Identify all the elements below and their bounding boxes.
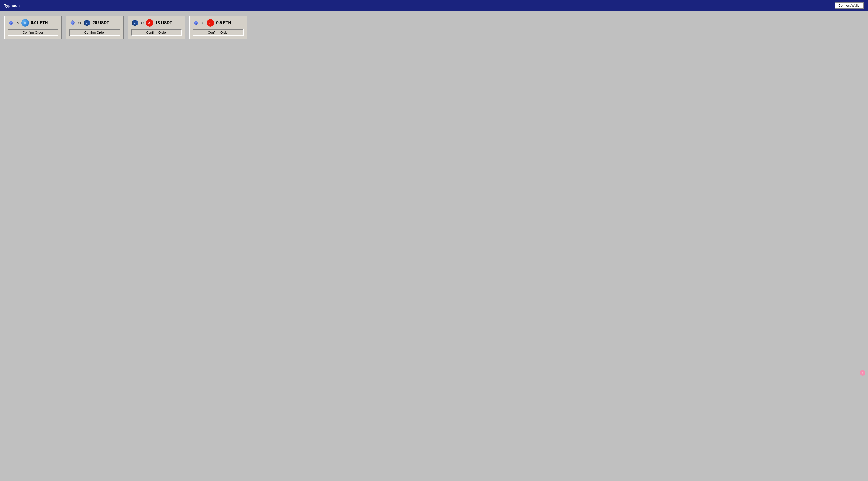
svg-text:A: A (86, 22, 88, 25)
eth-icon (7, 20, 14, 26)
card-3-amount: 18 USDT (155, 21, 172, 25)
confirm-order-button-2[interactable]: Confirm Order (69, 29, 120, 36)
order-card-4: ↻ OP 0.5 ETH Confirm Order (189, 15, 247, 39)
refresh-icon-2: ↻ (78, 21, 81, 25)
aave-icon-3: A (131, 19, 138, 27)
card-1-amount: 0.01 ETH (31, 21, 48, 25)
op-icon-3: OP (146, 19, 153, 27)
order-card-2: ↻ A 20 USDT Confirm Order (66, 15, 124, 39)
card-4-amount: 0.5 ETH (216, 21, 231, 25)
card-1-top: ↻ 0.01 ETH (7, 19, 58, 27)
refresh-icon-1: ↻ (16, 21, 19, 25)
navbar: Typhoon Connect Wallet (0, 0, 868, 10)
eth-icon-2 (69, 20, 76, 26)
eth-icon-4 (193, 20, 199, 26)
refresh-icon-3: ↻ (141, 21, 144, 25)
op-icon-4: OP (207, 19, 214, 27)
confirm-order-button-3[interactable]: Confirm Order (131, 29, 182, 36)
app-title: Typhoon (4, 3, 20, 7)
card-4-top: ↻ OP 0.5 ETH (193, 19, 244, 27)
card-2-amount: 20 USDT (93, 21, 109, 25)
confirm-order-button-4[interactable]: Confirm Order (193, 29, 244, 36)
svg-point-4 (24, 22, 26, 24)
svg-text:A: A (134, 22, 136, 25)
main-content: ↻ 0.01 ETH Confirm Order (0, 10, 868, 44)
refresh-icon-4: ↻ (202, 21, 205, 25)
order-card-3: A ↻ OP 18 USDT Confirm Order (128, 15, 185, 39)
card-3-top: A ↻ OP 18 USDT (131, 19, 182, 27)
blue-circle-token (21, 19, 29, 27)
connect-wallet-button[interactable]: Connect Wallet (835, 2, 864, 9)
card-2-top: ↻ A 20 USDT (69, 19, 120, 27)
order-card-1: ↻ 0.01 ETH Confirm Order (4, 15, 62, 39)
aave-icon: A (83, 19, 91, 27)
floating-settings-icon[interactable]: ✦ (860, 370, 866, 376)
confirm-order-button-1[interactable]: Confirm Order (7, 29, 58, 36)
